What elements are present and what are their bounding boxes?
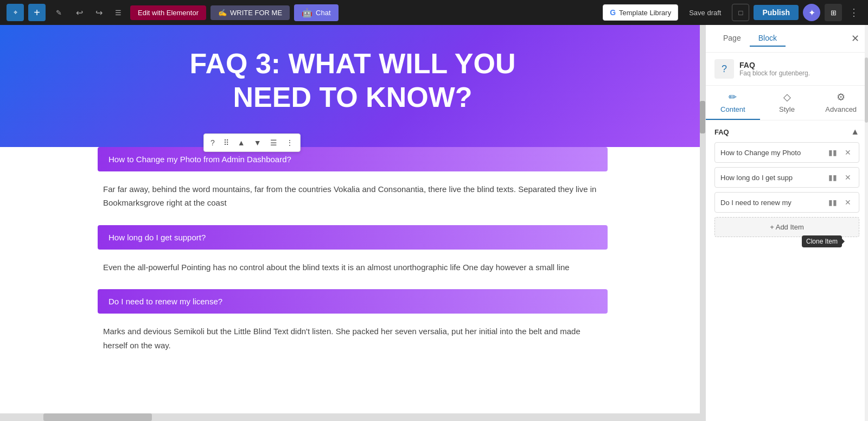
preview-icon: □ (739, 9, 743, 17)
tab-block[interactable]: Block (750, 30, 786, 47)
faq-item-1: How to Change my Photo from Admin Dashbo… (98, 147, 608, 223)
content-icon: ✏ (729, 91, 737, 103)
wp-logo[interactable]: ⌖ (7, 4, 24, 21)
write-label: WRITE FOR ME (230, 9, 282, 17)
faq-row-3-delete-button[interactable]: ✕ (843, 197, 853, 208)
sidebar-close-button[interactable]: ✕ (851, 33, 859, 44)
faq-panel-toggle[interactable]: ▲ (851, 127, 859, 137)
chat-label: Chat (316, 9, 330, 17)
template-label: Template Library (619, 9, 671, 17)
faq-row-3-clone-button[interactable]: ▮▮ (826, 197, 839, 208)
sidebar-scrollbar-thumb (865, 58, 868, 123)
main-layout: FAQ 3: What Will You Need To Know? ? ⠿ ▲… (0, 25, 868, 421)
wp-icon: ⌖ (14, 8, 17, 17)
faq-content-area: How to Change my Photo from Admin Dashbo… (0, 147, 705, 366)
add-item-label: + Add Item (770, 223, 804, 231)
faq-item-3: Do I need to renew my license? Marks and… (98, 289, 608, 365)
redo-button[interactable]: ↪ (91, 5, 106, 20)
block-type-button[interactable]: ? (207, 136, 218, 149)
sidebar: Page Block ✕ ? FAQ Faq block for gutenbe… (705, 25, 868, 421)
tab-page[interactable]: Page (714, 30, 750, 47)
faq-item-2: How long do I get support? Even the all-… (98, 225, 608, 288)
save-draft-button[interactable]: Save draft (682, 5, 727, 20)
block-info-text: FAQ Faq block for gutenberg. (739, 61, 810, 77)
faq-panel: FAQ ▲ How to Change my Photo ▮▮ ✕ How lo… (706, 120, 868, 244)
canvas-inner: FAQ 3: What Will You Need To Know? ? ⠿ ▲… (0, 25, 705, 421)
faq-answer-3: Marks and devious Semikoli but the Littl… (98, 314, 608, 365)
faq-row-2-delete-button[interactable]: ✕ (843, 172, 853, 183)
faq-row-3-text: Do I need to renew my (720, 199, 823, 207)
align-button[interactable]: ☰ (267, 136, 280, 149)
faq-row-1-delete-button[interactable]: ✕ (843, 147, 853, 158)
advanced-tab-label: Advanced (825, 105, 857, 113)
faq-question-3[interactable]: Do I need to renew my license? (98, 289, 608, 314)
faq-block-icon: ? (714, 59, 734, 79)
faq-row-2-clone-button[interactable]: ▮▮ (826, 172, 839, 183)
more-button[interactable]: ⋮ (283, 136, 297, 149)
bottom-scrollbar-thumb (43, 413, 152, 421)
more-options-button[interactable]: ⋮ (846, 5, 861, 20)
elementor-label: Edit with Elementor (138, 9, 199, 17)
chat-avatar: 🤖 (302, 8, 312, 18)
block-name: FAQ (739, 61, 810, 69)
content-tab-label: Content (720, 105, 745, 113)
preview-button[interactable]: □ (732, 4, 749, 21)
template-library-button[interactable]: G Template Library (603, 4, 678, 21)
add-block-button[interactable]: + (28, 4, 46, 21)
sidebar-header: Page Block ✕ (706, 25, 868, 53)
topbar: ⌖ + ✎ ↩ ↪ ☰ Edit with Elementor ✍ WRITE … (0, 0, 868, 25)
sidebar-scrollbar[interactable] (865, 25, 868, 421)
google-icon: G (610, 8, 616, 17)
faq-panel-header: FAQ ▲ (714, 127, 859, 137)
faq-answer-2: Even the all-powerful Pointing has no co… (98, 250, 608, 288)
faq-question-2[interactable]: How long do I get support? (98, 225, 608, 250)
ai-icon: ✦ (808, 8, 815, 18)
faq-panel-title: FAQ (714, 128, 729, 136)
style-icon: ◇ (783, 91, 791, 103)
faq-answer-1: Far far away, behind the word mountains,… (98, 171, 608, 223)
faq-header-title: FAQ 3: What Will You Need To Know? (11, 47, 694, 114)
sidebar-tabs: Page Block (714, 30, 786, 47)
chat-button[interactable]: 🤖 Chat (294, 4, 338, 21)
faq-row-1-text: How to Change my Photo (720, 149, 823, 157)
edit-elementor-button[interactable]: Edit with Elementor (130, 5, 206, 20)
move-up-button[interactable]: ▲ (234, 136, 248, 149)
canvas-scrollbar[interactable] (700, 25, 705, 421)
canvas-scrollbar-thumb (700, 101, 705, 133)
settings-toggle-button[interactable]: ⊞ (825, 4, 842, 21)
content-style-tabs: ✏ Content ◇ Style ⚙ Advanced (706, 86, 868, 120)
move-down-button[interactable]: ▼ (251, 136, 265, 149)
faq-row-3: Do I need to renew my ▮▮ ✕ (714, 192, 859, 213)
bottom-scrollbar[interactable] (0, 413, 705, 421)
faq-row-1-clone-button[interactable]: ▮▮ (826, 147, 839, 158)
faq-row-2: How long do I get supp ▮▮ ✕ (714, 167, 859, 188)
faq-row-1: How to Change my Photo ▮▮ ✕ (714, 142, 859, 163)
block-info: ? FAQ Faq block for gutenberg. (706, 53, 868, 86)
ai-button[interactable]: ✦ (803, 4, 820, 21)
grid-icon: ⊞ (831, 9, 837, 17)
publish-button[interactable]: Publish (754, 5, 799, 20)
write-icon: ✍ (218, 9, 227, 17)
style-tab-label: Style (779, 105, 795, 113)
undo-button[interactable]: ↩ (72, 5, 87, 20)
faq-header-block: FAQ 3: What Will You Need To Know? (0, 25, 705, 147)
topbar-right: G Template Library Save draft □ Publish … (603, 4, 861, 21)
tab-advanced[interactable]: ⚙ Advanced (814, 86, 868, 120)
block-toolbar: ? ⠿ ▲ ▼ ☰ ⋮ (203, 133, 301, 152)
tab-content[interactable]: ✏ Content (706, 86, 760, 120)
clone-tooltip: Clone Item (802, 235, 842, 247)
add-item-button[interactable]: + Add Item (714, 217, 859, 237)
faq-question-1[interactable]: How to Change my Photo from Admin Dashbo… (98, 147, 608, 171)
list-view-button[interactable]: ☰ (111, 5, 126, 20)
block-description: Faq block for gutenberg. (739, 69, 810, 77)
canvas[interactable]: FAQ 3: What Will You Need To Know? ? ⠿ ▲… (0, 25, 705, 421)
faq-row-2-text: How long do I get supp (720, 174, 823, 182)
advanced-icon: ⚙ (837, 91, 845, 103)
tab-style[interactable]: ◇ Style (760, 86, 814, 120)
tools-button[interactable]: ✎ (50, 4, 67, 21)
write-for-me-button[interactable]: ✍ WRITE FOR ME (210, 5, 290, 20)
drag-handle[interactable]: ⠿ (220, 136, 232, 149)
